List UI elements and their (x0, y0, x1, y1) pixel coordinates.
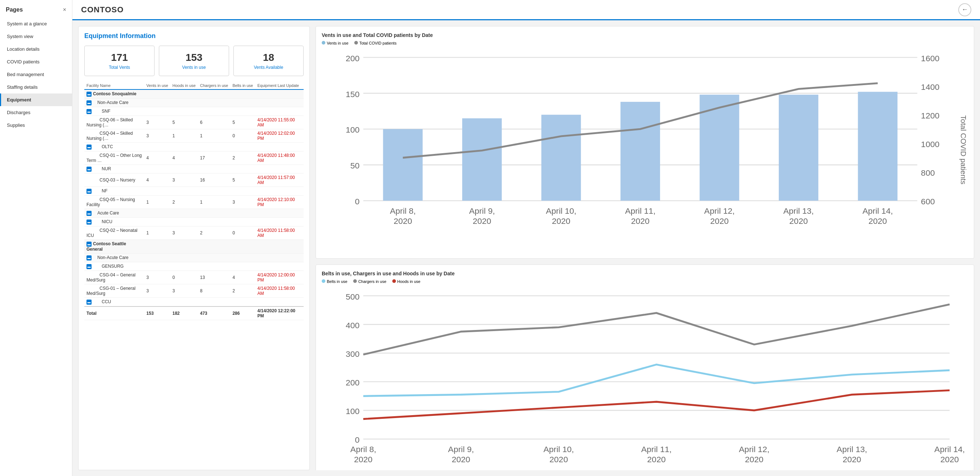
sidebar-item-system-view[interactable]: System view (0, 30, 72, 43)
sidebar-nav: System at a glanceSystem viewLocation de… (0, 18, 72, 476)
chart1-card: Vents in use and Total COVID patients by… (315, 26, 974, 259)
panel-title: Equipment Information (84, 32, 304, 40)
sidebar-item-covid-patients[interactable]: COVID patients (0, 56, 72, 68)
cell-vents: 3 (145, 284, 170, 298)
sidebar-item-location-details[interactable]: Location details (0, 43, 72, 56)
svg-text:50: 50 (350, 161, 360, 170)
cell-belts (230, 262, 255, 271)
svg-text:1000: 1000 (921, 139, 939, 149)
cell-date (255, 254, 304, 262)
expand-icon[interactable]: ▬ (86, 256, 92, 260)
expand-icon[interactable]: ▬ (86, 189, 92, 194)
expand-icon[interactable]: ▬ (86, 109, 92, 114)
cell-vents: 3 (145, 129, 170, 143)
row-name: CSG-04 – General Med/Surg (86, 272, 135, 283)
sidebar-close-button[interactable]: × (63, 6, 66, 13)
row-name: CSQ-03 – Nursery (86, 177, 135, 182)
row-name: GENSURG (93, 264, 124, 269)
cell-date (255, 262, 304, 271)
svg-text:150: 150 (345, 89, 360, 99)
bar-vents (541, 115, 581, 201)
charts-panel: Vents in use and Total COVID patients by… (315, 26, 974, 470)
svg-text:200: 200 (345, 54, 360, 63)
line-chargers (363, 305, 950, 355)
legend-dot (392, 279, 396, 283)
svg-text:2020: 2020 (549, 455, 568, 464)
expand-icon[interactable]: ▬ (86, 167, 92, 172)
cell-vents: 4 (145, 152, 170, 165)
chart2-svg: 0100200300400500April 8,2020April 9,2020… (322, 286, 968, 470)
sidebar-item-supplies[interactable]: Supplies (0, 119, 72, 131)
sidebar-item-equipment[interactable]: Equipment (0, 93, 72, 106)
back-button[interactable]: ← (958, 3, 971, 16)
cell-belts: 4 (230, 271, 255, 284)
cell-belts (230, 218, 255, 227)
cell-chargers (198, 107, 231, 116)
cell-vents: 3 (145, 271, 170, 284)
cell-hoods (170, 99, 198, 107)
expand-icon[interactable]: ▬ (86, 300, 92, 305)
expand-icon[interactable]: ▬ (86, 219, 92, 225)
row-name: CSG-01 – General Med/Surg (86, 286, 135, 296)
expand-icon[interactable]: ▬ (86, 264, 92, 269)
col-facility: Facility Name (84, 82, 145, 89)
cell-vents (145, 209, 170, 218)
expand-icon[interactable]: ▬ (86, 101, 92, 105)
line-belts (363, 365, 950, 396)
expand-icon[interactable]: ▬ (86, 211, 92, 216)
table-row: ▬SNF (84, 107, 304, 116)
cell-vents (145, 143, 170, 152)
legend-item: Belts in use (322, 279, 347, 284)
cell-chargers (198, 99, 231, 107)
svg-text:100: 100 (345, 125, 360, 134)
table-row: ▬OLTC (84, 143, 304, 152)
sidebar-item-bed-management[interactable]: Bed management (0, 68, 72, 81)
svg-text:April 9,: April 9, (469, 206, 495, 216)
cell-hoods (170, 262, 198, 271)
svg-text:2020: 2020 (869, 216, 887, 226)
cell-date (255, 218, 304, 227)
row-name: NUR (93, 166, 111, 171)
cell-belts: 2 (230, 284, 255, 298)
footer-hoods: 182 (170, 307, 198, 320)
sidebar: Pages × System at a glanceSystem viewLoc… (0, 0, 72, 476)
svg-text:1200: 1200 (921, 111, 939, 120)
cell-chargers: 13 (198, 271, 231, 284)
expand-icon[interactable]: ▬ (86, 145, 92, 150)
sidebar-item-staffing-details[interactable]: Staffing details (0, 81, 72, 93)
footer-chargers: 473 (198, 307, 231, 320)
kpi-number-2: 18 (240, 52, 298, 63)
table-row: CSQ-03 – Nursery 4 3 16 5 4/14/2020 11:5… (84, 174, 304, 187)
cell-vents (145, 298, 170, 307)
svg-text:100: 100 (345, 406, 360, 416)
svg-text:2020: 2020 (394, 216, 412, 226)
kpi-label-0: Total Vents (91, 65, 148, 70)
row-name: CCU (93, 299, 111, 304)
cell-vents: 4 (145, 174, 170, 187)
expand-icon[interactable]: ▬ (86, 92, 92, 97)
legend-dot (354, 41, 358, 45)
svg-text:800: 800 (921, 168, 935, 177)
col-belts: Belts in use (230, 82, 255, 89)
cell-chargers (198, 89, 231, 99)
cell-date (255, 99, 304, 107)
sidebar-item-system-at-a-glance[interactable]: System at a glance (0, 18, 72, 30)
app-title: CONTOSO (81, 5, 124, 14)
svg-text:2020: 2020 (647, 455, 665, 464)
cell-vents: 3 (145, 116, 170, 129)
table-container[interactable]: Facility Name Vents in use Hoods in use … (84, 82, 304, 464)
sidebar-header: Pages × (0, 0, 72, 18)
chart2-legend: Belts in useChargers in useHoods in use (322, 279, 968, 284)
table-row: CSQ-04 – Skilled Nursing (… 3 1 1 0 4/14… (84, 129, 304, 143)
sidebar-item-discharges[interactable]: Discharges (0, 106, 72, 119)
cell-date (255, 107, 304, 116)
row-name: CSQ-02 – Neonatal ICU (86, 228, 137, 238)
cell-belts (230, 209, 255, 218)
cell-date (255, 187, 304, 196)
cell-hoods (170, 209, 198, 218)
col-hoods: Hoods in use (170, 82, 198, 89)
svg-text:April 13,: April 13, (837, 444, 867, 454)
row-name: CSQ-06 – Skilled Nursing (… (86, 117, 133, 128)
expand-icon[interactable]: ▬ (86, 242, 92, 247)
cell-belts (230, 143, 255, 152)
